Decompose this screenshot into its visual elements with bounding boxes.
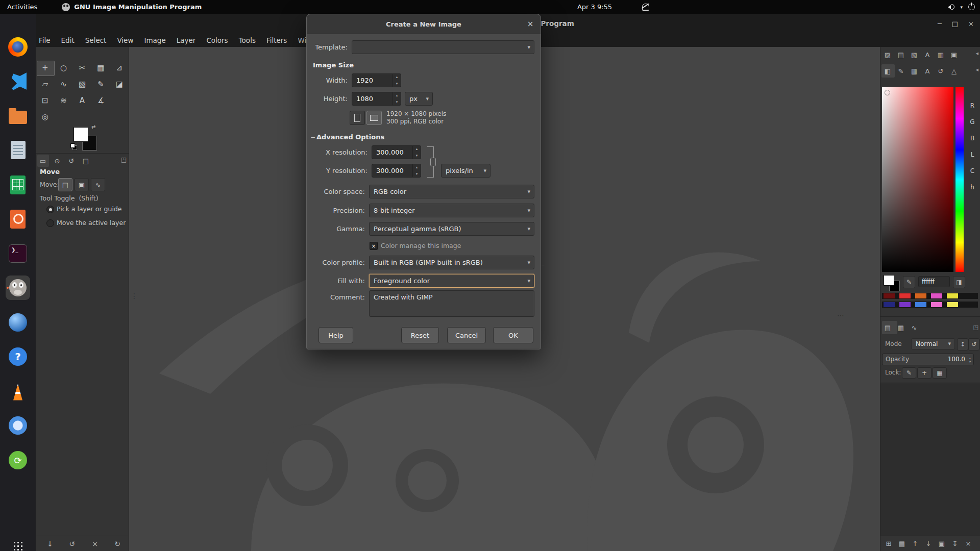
tool-smudge[interactable]: ≋ — [54, 92, 72, 109]
dock-item-files[interactable] — [6, 104, 30, 128]
clock[interactable]: Apr 3 9:55 — [564, 0, 625, 14]
error-console-tab[interactable]: △ — [949, 65, 959, 77]
palette-swatch[interactable] — [947, 293, 958, 298]
color-manage-checkbox[interactable]: × — [370, 242, 378, 250]
reset-tool-options-icon[interactable]: ↻ — [111, 538, 124, 550]
layer-mode-options-icon[interactable]: ↕ — [957, 338, 968, 350]
dock-item-remmina[interactable] — [6, 310, 30, 335]
tool-crop[interactable]: ⊿ — [110, 60, 129, 76]
dock-item-firefox[interactable] — [6, 35, 30, 59]
tool-clone[interactable]: ⊡ — [36, 92, 54, 109]
portrait-orientation-button[interactable] — [350, 111, 365, 125]
minimize-button[interactable]: ─ — [938, 20, 942, 28]
hex-color-input[interactable]: ffffff — [918, 276, 950, 287]
raise-layer[interactable]: ↑ — [909, 538, 921, 550]
radio-move-active-layer[interactable] — [46, 219, 54, 227]
tool-fuzzy-select[interactable]: ▦ — [91, 60, 110, 76]
x-resolution-spinner[interactable]: ▴▾ — [412, 146, 421, 159]
menubar-item[interactable]: Tools — [239, 36, 256, 44]
color-edit-icon[interactable]: ✎ — [903, 276, 915, 288]
lock-position-icon[interactable]: + — [917, 367, 932, 379]
brush-editor-tab[interactable]: ✎ — [896, 65, 906, 77]
panel-fg-bg-swatches[interactable] — [884, 275, 900, 291]
palette-swatch[interactable] — [931, 293, 942, 298]
tool-spacer[interactable] — [110, 92, 129, 109]
landscape-orientation-button[interactable] — [366, 111, 382, 125]
swap-colors-icon[interactable]: ⇄ — [91, 124, 95, 130]
dock-item-text-editor[interactable] — [6, 138, 30, 162]
dock-menu-icon[interactable]: ◳ — [121, 156, 127, 163]
palette-swatch[interactable] — [931, 302, 942, 307]
palette-swatch[interactable] — [915, 302, 926, 307]
default-colors-icon[interactable] — [70, 143, 77, 149]
unit-select[interactable]: px — [405, 92, 433, 106]
palette-swatch[interactable] — [884, 293, 895, 298]
hue-strip[interactable] — [955, 87, 964, 272]
font-preview-tab[interactable]: A — [922, 65, 933, 77]
menubar-item[interactable]: Edit — [61, 36, 75, 44]
delete-layer[interactable]: × — [962, 538, 974, 550]
brushes-tab[interactable]: ▨ — [883, 49, 893, 60]
dock-item-chromium[interactable] — [6, 413, 30, 438]
tool-text[interactable]: A — [73, 92, 91, 109]
opacity-slider[interactable]: Opacity 100.0 ▴▾ — [882, 354, 974, 365]
lock-pixels-icon[interactable]: ✎ — [902, 367, 916, 379]
lower-layer[interactable]: ↓ — [922, 538, 935, 550]
duplicate-layer[interactable]: ▣ — [936, 538, 948, 550]
palette-swatch[interactable] — [884, 302, 895, 307]
cancel-button[interactable]: Cancel — [447, 327, 486, 343]
new-layer-group[interactable]: ▤ — [896, 538, 908, 550]
width-spinner[interactable]: ▴▾ — [393, 74, 401, 87]
move-target-selection-button[interactable]: ▣ — [75, 178, 89, 191]
color-profile-select[interactable]: Built-in RGB (GIMP built-in sRGB) — [369, 256, 534, 269]
fill-with-select[interactable]: Foreground color — [369, 274, 534, 288]
tool-move[interactable]: + — [36, 60, 54, 76]
lock-alpha-icon[interactable]: ▦ — [933, 367, 947, 379]
dock-menu-icon[interactable]: ◳ — [973, 324, 978, 331]
dock-drag-handle[interactable]: ⋯ — [837, 311, 844, 319]
palettes-tab[interactable]: ▦ — [909, 65, 919, 77]
advanced-options-heading[interactable]: Advanced Options — [316, 133, 384, 141]
dock-menu-icon[interactable]: ◂ — [975, 50, 978, 57]
notifications-bell-icon[interactable] — [642, 4, 649, 11]
color-manage-label[interactable]: Color manage this image — [381, 242, 461, 249]
channel-radio[interactable]: B — [967, 133, 977, 143]
radio-pick-layer[interactable] — [46, 206, 54, 213]
tool-scissors-select[interactable]: ✂ — [73, 60, 91, 76]
tool-paths[interactable]: ∿ — [54, 76, 72, 92]
menubar-item[interactable]: View — [117, 36, 133, 44]
close-button[interactable]: × — [968, 20, 974, 28]
menubar-item[interactable]: File — [39, 36, 51, 44]
move-target-path-button[interactable]: ∿ — [91, 178, 105, 191]
restore-tool-options-icon[interactable]: ↺ — [66, 538, 78, 550]
width-input[interactable]: 1920 ▴▾ — [352, 73, 401, 87]
device-status-tab[interactable]: ⊙ — [52, 155, 62, 166]
dock-item-vlc[interactable] — [6, 379, 30, 404]
x-resolution-input[interactable]: 300.000 ▴▾ — [372, 145, 421, 159]
foreground-background-swatches[interactable]: ⇄ — [74, 127, 97, 151]
move-target-layer-button[interactable]: ▤ — [58, 178, 72, 191]
channels-tab[interactable]: ▦ — [896, 322, 906, 333]
channel-radio[interactable]: L — [967, 149, 977, 159]
color-space-select[interactable]: RGB color — [369, 185, 534, 198]
tool-eraser[interactable]: ◪ — [110, 76, 129, 92]
color-select-gradient[interactable] — [882, 87, 953, 272]
document-history-tab[interactable]: ↺ — [936, 65, 946, 77]
buffers-tab[interactable]: ▥ — [936, 49, 946, 60]
dock-item-libreoffice-calc[interactable] — [6, 172, 30, 197]
fonts-tab[interactable]: A — [922, 49, 933, 60]
layers-list[interactable] — [880, 383, 980, 536]
patterns-tab[interactable]: ▤ — [896, 49, 906, 60]
images-tab[interactable]: ▣ — [949, 49, 959, 60]
menubar-item[interactable]: Colors — [206, 36, 228, 44]
fg-bg-color-tab[interactable]: ◧ — [883, 65, 893, 77]
palette-swatch[interactable] — [947, 302, 958, 307]
height-spinner[interactable]: ▴▾ — [393, 92, 401, 105]
reset-mode-icon[interactable]: ↺ — [968, 338, 979, 350]
dock-item-gimp[interactable] — [6, 276, 30, 300]
ok-button[interactable]: OK — [493, 327, 533, 343]
y-resolution-input[interactable]: 300.000 ▴▾ — [372, 164, 421, 178]
comment-input[interactable]: Created with GIMP — [369, 290, 534, 317]
menubar-item[interactable]: Filters — [266, 36, 287, 44]
template-select[interactable] — [352, 40, 534, 54]
